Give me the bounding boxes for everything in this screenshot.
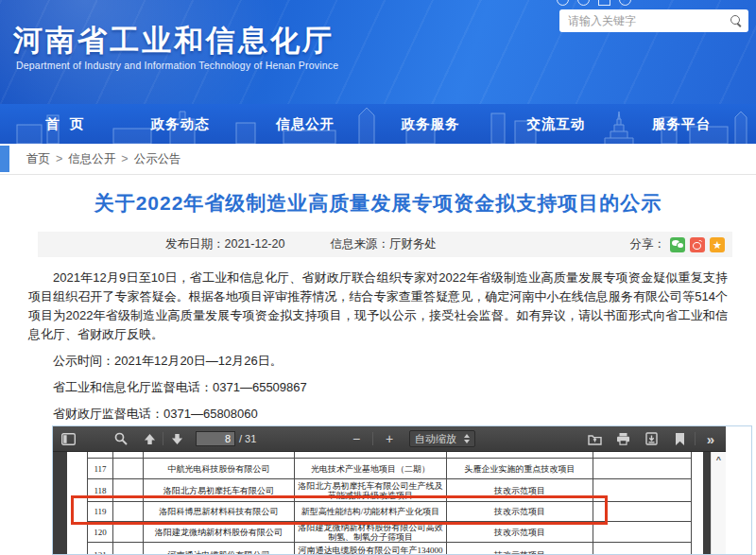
cell-category: 技改示范项目 <box>447 479 593 502</box>
scroll-up-icon[interactable]: ^ <box>712 452 726 464</box>
breadcrumb-separator: > <box>56 152 62 165</box>
info-source-label: 信息来源： <box>330 237 389 251</box>
cell-city <box>113 522 144 543</box>
zoom-in-icon[interactable]: + <box>380 429 399 448</box>
breadcrumb-info-disclosure[interactable]: 信息公开 <box>68 151 115 167</box>
cell-city <box>113 543 144 555</box>
toolbar-separator <box>372 432 373 445</box>
sidebar-toggle-icon[interactable] <box>59 429 77 448</box>
site-header: 河南省工业和信息化厅 Department of Industry and In… <box>0 0 756 104</box>
page-count: / 31 <box>239 433 256 444</box>
cell-category: 技改示范项目 <box>447 543 593 555</box>
page-title: 关于2022年省级制造业高质量发展专项资金拟支持项目的公示 <box>14 190 742 217</box>
pdf-toolbar: / 31 − + 自动缩放 <box>53 426 726 452</box>
cell-project: 河南通达电缆股份有限公司年产134000公里轨道交通直流和特种电缆项目 <box>295 543 447 555</box>
cell-company: 河南通达电缆股份有限公司 <box>144 543 295 555</box>
table-row: 121 河南通达电缆股份有限公司 河南通达电缆股份有限公司年产134000公里轨… <box>88 543 692 555</box>
site-title-en: Department of Industry and Information T… <box>16 60 338 71</box>
open-file-icon[interactable] <box>585 429 604 448</box>
nav-item-platform[interactable]: 服务平台 <box>652 115 711 133</box>
main-nav: 首 页 政务动态 信息公开 政务服务 交流互动 服务平台 <box>0 104 756 144</box>
breadcrumb-announcements[interactable]: 公示公告 <box>134 151 181 167</box>
nav-item-home[interactable]: 首 页 <box>45 115 84 133</box>
article-meta-bar: 发布日期：2021-12-20 信息来源：厅财务处 分享： ★ <box>38 232 732 257</box>
page-up-icon[interactable] <box>140 429 159 448</box>
cell-category: 技改示范项目 <box>447 522 593 543</box>
info-source-value: 厅财务处 <box>389 237 437 251</box>
cell-index: 118 <box>88 479 113 502</box>
breadcrumb-bar: 首页 > 信息公开 > 公示公告 <box>0 144 756 175</box>
pdf-page: 117 中航光电科技股份有限公司 光电技术产业基地项目（二期） 头雁企业实施的重… <box>67 452 703 554</box>
publish-date-value: 2021-12-20 <box>225 237 285 251</box>
more-tools-icon[interactable]: » <box>701 429 720 448</box>
share-label: 分享： <box>630 236 666 252</box>
cell-company: 洛阳建龙微纳新材料股份有限公司 <box>144 522 295 543</box>
table-row-highlighted: 119 洛阳科博思新材料科技有限公司 新型高性能结构/功能材料产业化项目 技改示… <box>88 502 692 522</box>
table-row: 118 洛阳北方易初摩托车有限公司 洛阳北方易初摩托车有限公司生产线及节能减排升… <box>88 479 692 502</box>
cell-index: 117 <box>88 459 113 479</box>
find-icon[interactable] <box>112 429 130 448</box>
cell-company: 中航光电科技股份有限公司 <box>144 459 295 479</box>
cell-index: 119 <box>88 502 113 522</box>
zoom-out-icon[interactable]: − <box>347 429 366 448</box>
cell-city <box>113 459 144 479</box>
pdf-viewer: / 31 − + 自动缩放 <box>53 426 726 554</box>
breadcrumb-accent <box>0 146 9 172</box>
cell-project: 光电技术产业基地项目（二期） <box>295 459 447 479</box>
paragraph-public-period: 公示时间：2021年12月20日—12月26日。 <box>28 352 728 371</box>
pdf-scrollbar[interactable]: ^ <box>711 452 726 554</box>
quick-icon-3[interactable] <box>598 0 610 6</box>
toolbar-separator <box>163 432 163 445</box>
download-icon[interactable] <box>642 429 661 448</box>
search-input[interactable] <box>568 14 730 27</box>
article-body: 2021年12月9日至10日，省工业和信息化厅、省财政厅联合组织专家对2022年… <box>14 269 742 450</box>
nav-item-services[interactable]: 政务服务 <box>402 115 460 133</box>
paragraph-main: 2021年12月9日至10日，省工业和信息化厅、省财政厅联合组织专家对2022年… <box>28 269 728 344</box>
quick-icon-4[interactable] <box>619 0 631 6</box>
share-wechat-icon[interactable] <box>670 237 685 252</box>
cell-city <box>113 502 144 522</box>
search-icon[interactable] <box>730 14 743 27</box>
breadcrumb-home[interactable]: 首页 <box>26 151 50 167</box>
cell-project: 洛阳北方易初摩托车有限公司生产线及节能减排升级改造项目 <box>295 479 447 502</box>
cell-index: 121 <box>88 543 113 555</box>
nav-items: 首 页 政务动态 信息公开 政务服务 交流互动 服务平台 <box>0 104 756 144</box>
breadcrumb: 首页 > 信息公开 > 公示公告 <box>26 151 181 167</box>
zoom-mode-label: 自动缩放 <box>415 432 456 446</box>
cell-project: 洛阳建龙微纳新材料股份有限公司高效制氢、制氧分子筛项目 <box>295 522 447 543</box>
quick-icon-2[interactable] <box>577 0 590 6</box>
cell-category: 技改示范项目 <box>447 502 593 522</box>
publish-date: 发布日期：2021-12-20 <box>165 236 284 252</box>
nav-item-news[interactable]: 政务动态 <box>151 115 210 133</box>
bookmark-icon[interactable] <box>670 429 689 448</box>
zoom-mode-select[interactable]: 自动缩放 <box>409 430 475 447</box>
info-source: 信息来源：厅财务处 <box>330 236 437 252</box>
cell-company: 洛阳北方易初摩托车有限公司 <box>144 479 295 502</box>
cell-category: 头雁企业实施的重点技改项目 <box>447 459 593 479</box>
pdf-embed-frame: / 31 − + 自动缩放 <box>52 425 752 555</box>
quick-icon-1[interactable] <box>557 0 569 6</box>
site-search[interactable] <box>559 9 748 32</box>
breadcrumb-separator: > <box>121 152 128 165</box>
print-icon[interactable] <box>613 429 632 448</box>
site-title: 河南省工业和信息化厅 <box>13 21 335 61</box>
page-down-icon[interactable] <box>167 429 186 448</box>
share-group: 分享： ★ <box>630 236 733 252</box>
nav-item-interaction[interactable]: 交流互动 <box>526 115 585 133</box>
cell-company: 洛阳科博思新材料科技有限公司 <box>144 502 295 522</box>
page-number-input[interactable] <box>196 431 235 446</box>
paragraph-phone-finance: 省财政厅监督电话：0371—65808060 <box>28 405 728 424</box>
table-row: 120 洛阳建龙微纳新材料股份有限公司 洛阳建龙微纳新材料股份有限公司高效制氢、… <box>88 522 692 543</box>
cell-project: 新型高性能结构/功能材料产业化项目 <box>295 502 447 522</box>
zoom-spinner-icon <box>464 434 470 443</box>
nav-item-info-disclosure[interactable]: 信息公开 <box>276 115 335 133</box>
header-quick-icons <box>557 0 631 6</box>
share-weibo-icon[interactable] <box>690 237 705 252</box>
cell-index: 120 <box>88 522 113 543</box>
share-favorite-icon[interactable]: ★ <box>710 237 725 252</box>
paragraph-phone-miit: 省工业和信息化厅监督电话：0371—65509867 <box>28 378 728 397</box>
project-table: 117 中航光电科技股份有限公司 光电技术产业基地项目（二期） 头雁企业实施的重… <box>87 452 692 554</box>
publish-date-label: 发布日期： <box>165 237 225 251</box>
cell-city <box>113 479 144 502</box>
toolbar-separator <box>695 432 696 445</box>
